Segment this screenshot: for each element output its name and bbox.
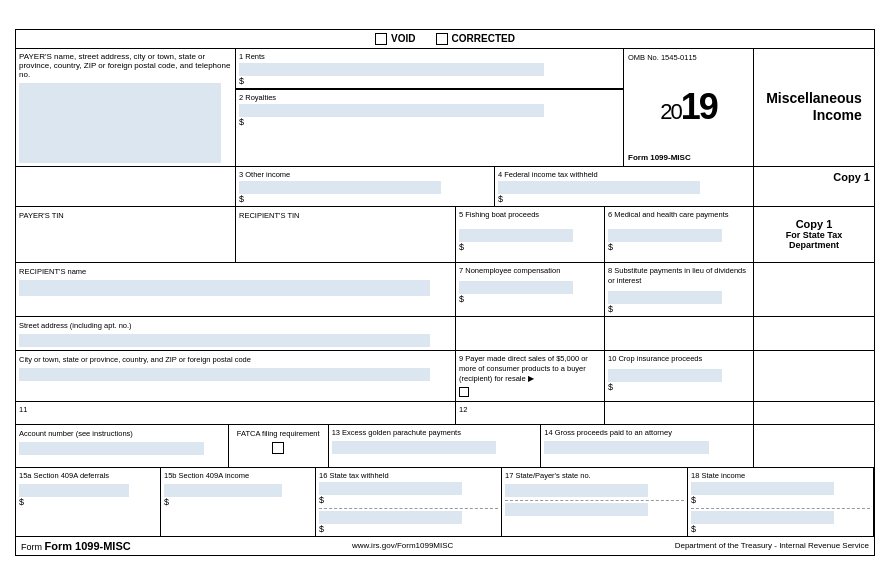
row3: PAYER'S TIN RECIPIENT'S TIN 5 Fishing bo… [16, 207, 874, 263]
f18-label: 18 State income [691, 471, 745, 480]
f10-input[interactable] [608, 369, 722, 382]
field-4-federal: 4 Federal income tax withheld $ [495, 167, 754, 206]
void-checkbox-label[interactable]: VOID [375, 33, 415, 45]
account-box: Account number (see instructions) [16, 425, 229, 467]
f9-label: 9 Payer made direct sales of $5,000 or m… [459, 354, 588, 383]
f1-label: 1 Rents [239, 52, 265, 61]
copy-for-dept: Department [786, 240, 842, 250]
void-checkbox[interactable] [375, 33, 387, 45]
f5-input[interactable] [459, 229, 573, 242]
row5: Street address (including apt. no.) [16, 317, 874, 351]
f18b-dollar: $ [691, 524, 696, 534]
field-15a: 15a Section 409A deferrals $ [16, 468, 161, 536]
city-label: City or town, state or province, country… [19, 355, 251, 364]
payer-tin-label: PAYER'S TIN [19, 211, 64, 220]
f1-dollar: $ [239, 76, 244, 86]
copy-for-sub: For State Tax [786, 230, 842, 240]
f15b-label: 15b Section 409A income [164, 471, 249, 480]
field-12a: 12 [456, 402, 605, 424]
field-18-state-income: 18 State income $ $ [688, 468, 874, 536]
f4-input[interactable] [498, 181, 700, 194]
f16b-input[interactable] [319, 511, 462, 524]
field-row5-right-a [456, 317, 605, 350]
fishing-medical-cols: 5 Fishing boat proceeds $ 6 Medical and … [456, 207, 754, 262]
corrected-checkbox[interactable] [436, 33, 448, 45]
field-8-substitute: 8 Substitute payments in lieu of dividen… [605, 263, 754, 316]
empty-right-6 [754, 351, 874, 401]
f13-input[interactable] [332, 441, 497, 454]
row1: PAYER'S name, street address, city or to… [16, 49, 874, 167]
f10-label: 10 Crop insurance proceeds [608, 354, 702, 363]
city-box: City or town, state or province, country… [16, 351, 456, 401]
row8: Account number (see instructions) FATCA … [16, 425, 874, 468]
f17-input[interactable] [505, 484, 648, 497]
field-1-rents: 1 Rents $ [236, 49, 623, 89]
f11-label: 11 [19, 405, 27, 414]
f10-dollar: $ [608, 382, 613, 392]
payer-tin-box: PAYER'S TIN [16, 207, 236, 262]
payer-name-box: PAYER'S name, street address, city or to… [16, 49, 236, 166]
title-col: Miscellaneous Income [754, 49, 874, 166]
f7-input[interactable] [459, 281, 573, 294]
fatca-checkbox[interactable] [272, 442, 284, 454]
f18-input[interactable] [691, 482, 834, 495]
f3-label: 3 Other income [239, 170, 290, 179]
row6: City or town, state or province, country… [16, 351, 874, 402]
field-13-excess: 13 Excess golden parachute payments [329, 425, 542, 467]
f9-checkbox[interactable] [459, 387, 469, 397]
empty-right-8 [754, 425, 874, 467]
f6-input[interactable] [608, 229, 722, 242]
year-display: 2019 [660, 89, 717, 125]
field-2-royalties: 2 Royalties $ [236, 89, 623, 129]
f15a-label: 15a Section 409A deferrals [19, 471, 109, 480]
city-input[interactable] [19, 368, 430, 381]
copy-for-label: Copy 1 [786, 218, 842, 230]
empty-right-4 [754, 263, 874, 316]
year-prefix: 20 [660, 99, 680, 124]
account-label: Account number (see instructions) [19, 429, 133, 438]
corrected-checkbox-label[interactable]: CORRECTED [436, 33, 515, 45]
f18-dollar: $ [691, 495, 696, 505]
field-14-gross: 14 Gross proceeds paid to an attorney [541, 425, 754, 467]
title-line2: Income [813, 107, 862, 123]
f15b-input[interactable] [164, 484, 282, 497]
f15a-input[interactable] [19, 484, 129, 497]
f17b-input[interactable] [505, 503, 648, 516]
f16-dollar: $ [319, 495, 324, 505]
year-col: OMB No. 1545-0115 2019 Form 1099-MISC [624, 49, 754, 166]
f14-input[interactable] [544, 441, 709, 454]
row9: 15a Section 409A deferrals $ 15b Section… [16, 468, 874, 537]
f16-input[interactable] [319, 482, 462, 495]
footer-form-name: Form Form 1099-MISC [21, 540, 131, 552]
f16b-dollar: $ [319, 524, 324, 534]
header-row: VOID CORRECTED [16, 30, 874, 49]
account-input[interactable] [19, 442, 204, 455]
footer-form-bold: Form 1099-MISC [45, 540, 131, 552]
field-3-other: 3 Other income $ [236, 167, 495, 206]
row2: 3 Other income $ 4 Federal income tax wi… [16, 167, 874, 207]
f2-input[interactable] [239, 104, 544, 117]
street-input[interactable] [19, 334, 430, 347]
f18b-input[interactable] [691, 511, 834, 524]
f1-input[interactable] [239, 63, 544, 76]
field-9-payer-direct: 9 Payer made direct sales of $5,000 or m… [456, 351, 605, 401]
payer-name-input[interactable] [19, 83, 221, 163]
f8-dollar: $ [608, 304, 613, 314]
street-box: Street address (including apt. no.) [16, 317, 456, 350]
field-12b [605, 402, 754, 424]
row7: 11 12 [16, 402, 874, 425]
void-label: VOID [391, 33, 415, 44]
recipient-tin-box: RECIPIENT'S TIN [236, 207, 456, 262]
f14-label: 14 Gross proceeds paid to an attorney [544, 428, 672, 437]
f8-input[interactable] [608, 291, 722, 304]
recipient-name-label: RECIPIENT'S name [19, 267, 86, 276]
recipient-name-input[interactable] [19, 280, 430, 296]
corrected-label: CORRECTED [452, 33, 515, 44]
field-15b: 15b Section 409A income $ [161, 468, 316, 536]
misc-income-title: Miscellaneous Income [766, 90, 862, 124]
field-11: 11 [16, 402, 456, 424]
form-name: Form 1099-MISC [628, 153, 691, 162]
f3-input[interactable] [239, 181, 441, 194]
empty-right-5 [754, 317, 874, 350]
f2-dollar: $ [239, 117, 244, 127]
